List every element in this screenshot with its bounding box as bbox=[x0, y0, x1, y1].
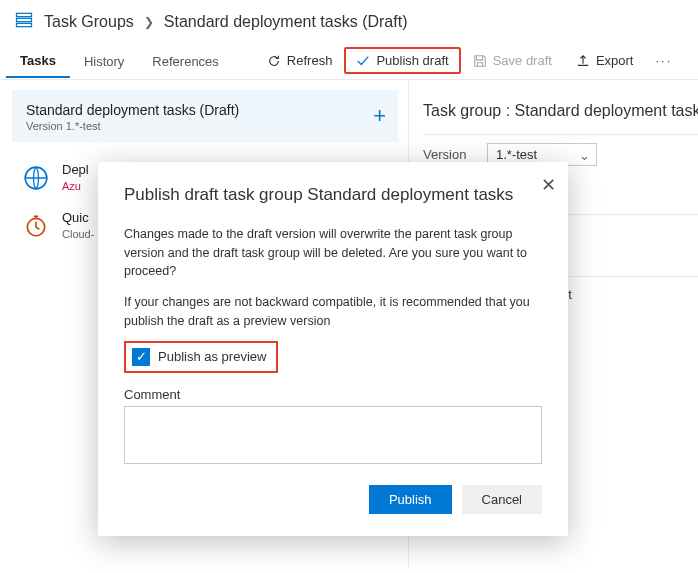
refresh-button[interactable]: Refresh bbox=[255, 47, 345, 74]
chevron-right-icon: ❯ bbox=[144, 15, 154, 29]
tab-references[interactable]: References bbox=[138, 45, 232, 77]
comment-label: Comment bbox=[124, 387, 542, 402]
dialog-buttons: Publish Cancel bbox=[124, 485, 542, 514]
task-subtitle: Azu bbox=[62, 180, 100, 192]
more-menu[interactable]: ··· bbox=[645, 49, 682, 72]
toolbar: Tasks History References Refresh Publish… bbox=[0, 42, 698, 80]
version-label: Version bbox=[423, 147, 479, 162]
task-name: Depl bbox=[62, 162, 100, 177]
breadcrumb-root[interactable]: Task Groups bbox=[44, 13, 134, 31]
dialog-title: Publish draft task group Standard deploy… bbox=[124, 184, 542, 207]
export-label: Export bbox=[596, 53, 634, 68]
task-group-version: Version 1.*-test bbox=[26, 120, 384, 132]
refresh-label: Refresh bbox=[287, 53, 333, 68]
globe-icon bbox=[22, 164, 50, 192]
save-draft-button: Save draft bbox=[461, 47, 564, 74]
save-draft-label: Save draft bbox=[493, 53, 552, 68]
breadcrumb-current: Standard deployment tasks (Draft) bbox=[164, 13, 408, 31]
export-icon bbox=[576, 54, 590, 68]
breadcrumb: Task Groups ❯ Standard deployment tasks … bbox=[0, 0, 698, 42]
chevron-down-icon: ⌄ bbox=[579, 147, 590, 162]
publish-button[interactable]: Publish bbox=[369, 485, 452, 514]
stopwatch-icon bbox=[22, 212, 50, 240]
refresh-icon bbox=[267, 54, 281, 68]
svg-rect-1 bbox=[17, 18, 32, 21]
task-subtitle: Cloud- bbox=[62, 228, 100, 240]
check-icon bbox=[356, 54, 370, 68]
comment-input[interactable] bbox=[124, 406, 542, 464]
tab-tasks[interactable]: Tasks bbox=[6, 44, 70, 78]
cancel-button[interactable]: Cancel bbox=[462, 485, 542, 514]
dialog-body-2: If your changes are not backward compati… bbox=[124, 293, 542, 331]
dialog-body-1: Changes made to the draft version will o… bbox=[124, 225, 542, 281]
publish-dialog: ✕ Publish draft task group Standard depl… bbox=[98, 162, 568, 536]
version-value: 1.*-test bbox=[496, 147, 537, 162]
panel-title: Task group : Standard deployment tasks bbox=[423, 102, 698, 120]
publish-as-preview-checkbox[interactable]: ✓ Publish as preview bbox=[124, 341, 278, 373]
svg-rect-2 bbox=[17, 23, 32, 26]
tab-history[interactable]: History bbox=[70, 45, 138, 77]
close-icon: ✕ bbox=[541, 175, 556, 195]
task-group-icon bbox=[14, 10, 34, 34]
checkbox-label: Publish as preview bbox=[158, 349, 266, 364]
checkbox-checked-icon: ✓ bbox=[132, 348, 150, 366]
add-task-button[interactable]: + bbox=[373, 103, 386, 129]
task-group-title: Standard deployment tasks (Draft) bbox=[26, 102, 384, 118]
publish-draft-button[interactable]: Publish draft bbox=[344, 47, 460, 74]
task-name: Quic bbox=[62, 210, 100, 225]
task-group-header[interactable]: Standard deployment tasks (Draft) Versio… bbox=[12, 90, 398, 142]
close-button[interactable]: ✕ bbox=[541, 174, 556, 196]
svg-rect-0 bbox=[17, 13, 32, 16]
save-icon bbox=[473, 54, 487, 68]
publish-draft-label: Publish draft bbox=[376, 53, 448, 68]
export-button[interactable]: Export bbox=[564, 47, 646, 74]
